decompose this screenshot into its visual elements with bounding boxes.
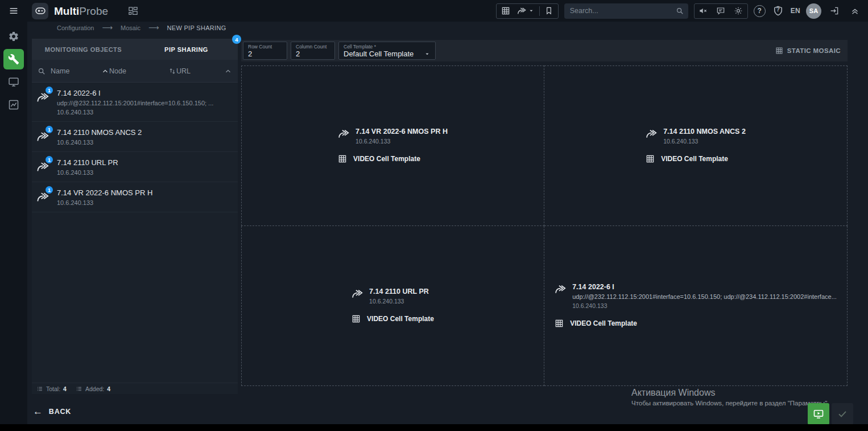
open-mosaic-button[interactable] [808,403,829,425]
stream-icon [517,6,526,15]
rail-configuration-button[interactable] [3,49,24,69]
back-arrow-icon: ← [33,407,43,416]
breadcrumb-current: NEW PIP SHARING [167,24,226,31]
sort-updown-icon [168,67,176,75]
mosaic-cell[interactable]: 7.14 2110 NMOS ANCS 2 10.6.240.133 VIDEO… [544,65,848,226]
caret-down-icon [424,51,431,58]
stream-icon: 1 [36,130,51,143]
mute-sound-button[interactable] [695,4,712,18]
added-count-badge: 4 [232,35,241,44]
confirm-button[interactable] [832,403,853,425]
grid-icon [352,314,361,323]
stream-dropdown-button[interactable] [514,4,538,18]
chat-icon [716,6,725,15]
app-title: MultiProbe [54,6,108,17]
hamburger-menu-button[interactable] [0,0,27,22]
total-counter: Total: 4 [36,385,67,392]
back-button[interactable]: ← BACK [33,407,71,416]
list-item[interactable]: 1 7.14 VR 2022-6 NMOS PR H 10.6.240.133 [32,182,238,212]
breadcrumb-mosaic[interactable]: Mosaic [121,24,140,31]
sort-name-label[interactable]: Name [51,67,69,75]
rail-monitoring-button[interactable] [3,72,24,92]
mosaic-cell[interactable]: 7.14 2110 URL PR 10.6.240.133 VIDEO Cell… [241,226,544,387]
stream-icon [352,288,363,299]
row-count-field[interactable]: Row Count 2 [243,42,287,60]
notification-tools-group [694,3,748,19]
logout-icon [829,6,840,16]
static-mosaic-button[interactable]: STATIC MOSAIC [775,47,841,55]
monitor-play-icon [813,408,824,420]
activation-subtitle: Чтобы активировать Windows, перейдите в … [631,400,829,407]
row-count-value[interactable]: 2 [248,50,282,58]
object-info: 7.14 2110 URL PR 10.6.240.133 [57,158,118,176]
app-title-light: Probe [79,5,108,17]
messages-button[interactable] [712,4,730,18]
bookmark-button[interactable] [541,4,557,18]
support-button[interactable]: ? [771,4,785,18]
search-icon [676,7,684,15]
logout-button[interactable] [827,3,842,19]
object-url: udp://@232.112.112.15:2001#interface=10.… [57,100,213,106]
mosaic-cell[interactable]: 7.14 VR 2022-6 NMOS PR H 10.6.240.133 VI… [241,65,544,226]
mosaic-wall-button[interactable] [127,5,139,17]
app-title-bold: Multi [54,5,79,17]
grid-icon [338,154,347,163]
wrench-icon [8,54,19,65]
mosaic-cell[interactable]: 7.14 2022-6 I udp://@232.112.112.15:2001… [544,226,848,387]
list-item[interactable]: 1 7.14 2110 URL PR 10.6.240.133 [32,152,238,182]
cell-template-name: VIDEO Cell Template [661,155,728,163]
breadcrumb-arrow-icon: ⟶ [102,23,113,32]
grid-view-button[interactable] [498,4,514,18]
cell-source-title: 7.14 2022-6 I [572,283,837,291]
cell-template-name: VIDEO Cell Template [367,315,434,323]
object-title: 7.14 2110 URL PR [57,158,118,167]
collapse-topbar-button[interactable] [848,3,862,19]
tab-monitoring-objects[interactable]: MONITORING OBJECTS [32,39,135,60]
language-selector[interactable]: EN [791,7,800,15]
list-item[interactable]: 1 7.14 2022-6 I udp://@232.112.112.15:20… [32,83,238,122]
cell-source-url: udp://@232.112.112.15:2001#interface=10.… [572,293,837,300]
column-count-field[interactable]: Column Count 2 [291,42,335,60]
breadcrumb-configuration[interactable]: Configuration [57,24,94,31]
rail-analytics-button[interactable] [3,95,24,115]
rail-settings-button[interactable] [3,26,24,47]
breadcrumb-arrow-icon: ⟶ [148,23,159,32]
grid-icon [646,154,655,163]
list-icon [36,385,43,392]
cell-template-value[interactable]: Default Cell Template [344,50,414,58]
check-icon [837,409,848,419]
object-title: 7.14 VR 2022-6 NMOS PR H [57,188,152,197]
sort-name-asc-button[interactable] [101,67,109,75]
search-icon [38,67,46,75]
pip-count-badge: 1 [46,126,53,133]
list-footer: Total: 4 Added: 4 [32,383,238,394]
search-input[interactable] [570,7,676,15]
object-info: 7.14 VR 2022-6 NMOS PR H 10.6.240.133 [57,188,152,206]
cell-template-name: VIDEO Cell Template [570,319,637,327]
row-count-label: Row Count [248,44,282,50]
cell-content: 7.14 VR 2022-6 NMOS PR H 10.6.240.133 VI… [338,128,448,163]
cell-source-node: 10.6.240.133 [369,298,429,305]
user-avatar[interactable]: SA [806,3,821,19]
cell-template-label: Cell Template * [344,44,431,50]
column-count-value[interactable]: 2 [296,50,330,58]
search-box[interactable] [564,3,688,19]
taskbar-strip [0,424,868,431]
tab-pip-sharing[interactable]: PIP SHARING [135,39,238,60]
brightness-icon [734,6,743,15]
stream-icon [646,128,657,139]
list-item[interactable]: 1 7.14 2110 NMOS ANCS 2 10.6.240.133 [32,122,238,152]
sort-url-button[interactable] [224,67,232,75]
sort-node-button[interactable] [168,67,176,75]
brightness-button[interactable] [730,4,747,18]
cell-template-name: VIDEO Cell Template [353,155,420,163]
help-button[interactable]: ? [754,5,766,17]
stream-icon [338,128,349,139]
gear-icon [8,31,19,42]
sort-node-label[interactable]: Node [109,67,126,75]
cell-template-select[interactable]: Cell Template * Default Cell Template [338,42,436,60]
left-icon-rail [0,22,27,431]
pip-count-badge: 1 [46,87,53,94]
sort-url-label[interactable]: URL [176,67,191,75]
quick-tools-group [496,3,559,19]
